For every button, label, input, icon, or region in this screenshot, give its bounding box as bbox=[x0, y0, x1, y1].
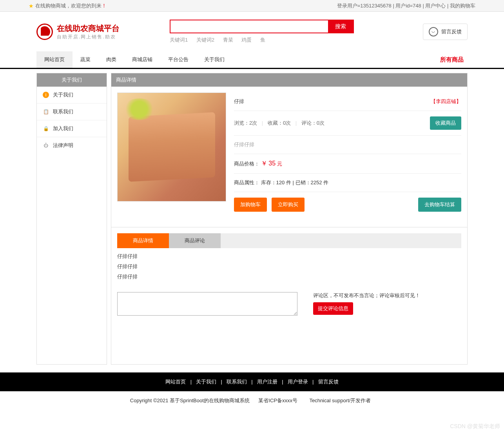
sidebar-item-about[interactable]: i 关于我们 bbox=[37, 87, 107, 104]
product-info: 仔排 【李四店铺】 浏览：2次 | 收藏：0次 | 评论：0次 收藏商品 仔排仔… bbox=[234, 93, 461, 217]
footer-copyright: Copyright ©2021 基于SprintBoot的在线购物商城系统 某省… bbox=[0, 391, 504, 410]
nav-meat[interactable]: 肉类 bbox=[98, 51, 124, 68]
product-area: 仔排 【李四店铺】 浏览：2次 | 收藏：0次 | 评论：0次 收藏商品 仔排仔… bbox=[111, 87, 467, 223]
favorite-button[interactable]: 收藏商品 bbox=[430, 116, 461, 130]
detail-line: 仔排仔排 bbox=[117, 273, 461, 280]
header: 在线助农商城平台 自助开店.网上销售.助农 搜索 关键词1 关键词2 青菜 鸡蛋… bbox=[0, 12, 504, 51]
welcome-msg: 在线购物商城，欢迎您的到来 bbox=[35, 0, 102, 12]
copyright-text: Copyright ©2021 基于SprintBoot的在线购物商城系统 bbox=[130, 398, 250, 403]
checkout-button[interactable]: 去购物车结算 bbox=[418, 198, 461, 212]
tab-comments[interactable]: 商品评论 bbox=[169, 233, 221, 248]
nav-all-products[interactable]: 所有商品 bbox=[440, 56, 468, 64]
power-icon: ⏻ bbox=[43, 142, 49, 149]
footer-nav: 网站首页 | 关于我们 | 联系我们 | 用户注册 | 用户登录 | 留言反馈 bbox=[0, 372, 504, 391]
site-title: 在线助农商城平台 bbox=[57, 23, 120, 34]
sidebar-label: 法律声明 bbox=[53, 142, 73, 149]
site-subtitle: 自助开店.网上销售.助农 bbox=[57, 34, 120, 40]
footer-link-home[interactable]: 网站首页 bbox=[165, 379, 186, 385]
sidebar-item-contact[interactable]: 📋 联系我们 bbox=[37, 104, 107, 120]
sidebar: 关于我们 i 关于我们 📋 联系我们 🔒 加入我们 ⏻ 法律声明 bbox=[36, 73, 107, 365]
nav-vegetables[interactable]: 蔬菜 bbox=[73, 51, 98, 68]
content-area: 商品详情 仔排 【李四店铺】 浏览：2次 | 收藏：0次 | 评论：0次 收藏商… bbox=[111, 73, 468, 365]
comment-area: 评论区，不可发布不当言论；评论审核后可见！ 提交评论信息 bbox=[117, 292, 461, 316]
views-count: 浏览：2次 bbox=[234, 120, 257, 126]
comment-note: 评论区，不可发布不当言论；评论审核后可见！ bbox=[313, 292, 461, 299]
detail-line: 仔排仔排 bbox=[117, 263, 461, 270]
lock-icon: 🔒 bbox=[43, 125, 49, 132]
headset-icon bbox=[429, 27, 438, 36]
star-icon: ★ bbox=[29, 0, 34, 12]
footer-link-contact[interactable]: 联系我们 bbox=[227, 379, 247, 385]
price-label: 商品价格： bbox=[234, 161, 259, 167]
user-id: 用户id=748 bbox=[395, 3, 421, 9]
welcome-text: ★ 在线购物商城，欢迎您的到来 ！ bbox=[29, 0, 107, 12]
price-symbol: ￥ bbox=[261, 160, 267, 167]
tab-detail[interactable]: 商品详情 bbox=[117, 233, 169, 248]
shop-link[interactable]: 【李四店铺】 bbox=[431, 98, 461, 105]
product-attributes: 商品属性： 库存：120 件 | 已销：2252 件 bbox=[234, 179, 328, 186]
search-button[interactable]: 搜索 bbox=[328, 20, 353, 33]
comment-textarea[interactable] bbox=[117, 292, 297, 316]
product-image bbox=[117, 93, 226, 202]
sidebar-title: 关于我们 bbox=[37, 73, 107, 87]
footer-link-register[interactable]: 用户注册 bbox=[257, 379, 277, 385]
logo-area[interactable]: 在线助农商城平台 自助开店.网上销售.助农 bbox=[36, 23, 170, 40]
footer-link-login[interactable]: 用户登录 bbox=[288, 379, 308, 385]
nav-home[interactable]: 网站首页 bbox=[36, 51, 73, 68]
content-title: 商品详情 bbox=[111, 73, 467, 87]
comments-count: 评论：0次 bbox=[301, 120, 325, 126]
clipboard-icon: 📋 bbox=[43, 109, 49, 115]
product-desc: 仔排仔排 bbox=[234, 141, 254, 148]
feedback-button[interactable]: 留言反馈 bbox=[423, 24, 468, 40]
keyword-link[interactable]: 鸡蛋 bbox=[241, 37, 252, 43]
price-unit: 元 bbox=[277, 161, 282, 167]
keyword-link[interactable]: 青菜 bbox=[223, 37, 233, 43]
info-icon: i bbox=[43, 92, 49, 98]
top-right-links: 登录用户=13512345678 | 用户id=748 | 用户中心 | 我的购… bbox=[337, 0, 475, 12]
nav-bar: 网站首页 蔬菜 肉类 商城店铺 平台公告 关于我们 所有商品 bbox=[0, 51, 504, 69]
exclaim: ！ bbox=[102, 0, 107, 12]
search-area: 搜索 关键词1 关键词2 青菜 鸡蛋 鱼 bbox=[170, 20, 423, 44]
my-cart-link[interactable]: 我的购物车 bbox=[450, 3, 475, 9]
sidebar-label: 加入我们 bbox=[53, 125, 73, 132]
nav-menu: 网站首页 蔬菜 肉类 商城店铺 平台公告 关于我们 bbox=[36, 51, 232, 68]
tabs: 商品详情 商品评论 bbox=[117, 233, 461, 248]
footer-link-feedback[interactable]: 留言反馈 bbox=[318, 379, 339, 385]
detail-line: 仔排仔排 bbox=[117, 253, 461, 260]
login-user: 登录用户=13512345678 bbox=[337, 3, 392, 9]
main-content: 关于我们 i 关于我们 📋 联系我们 🔒 加入我们 ⏻ 法律声明 商品详情 仔排… bbox=[36, 73, 468, 365]
footer-link-about[interactable]: 关于我们 bbox=[196, 379, 216, 385]
sidebar-item-join[interactable]: 🔒 加入我们 bbox=[37, 120, 107, 137]
keyword-link[interactable]: 关键词1 bbox=[170, 37, 188, 43]
icp-link[interactable]: 某省ICP备xxxx号 bbox=[258, 398, 297, 403]
tech-link[interactable]: Technical support/开发作者 bbox=[309, 398, 371, 403]
sidebar-label: 关于我们 bbox=[53, 91, 73, 98]
detail-content: 仔排仔排 仔排仔排 仔排仔排 bbox=[117, 248, 461, 288]
buy-now-button[interactable]: 立即购买 bbox=[272, 198, 305, 212]
user-center-link[interactable]: 用户中心 bbox=[425, 3, 446, 9]
add-cart-button[interactable]: 加购物车 bbox=[234, 198, 267, 212]
keyword-link[interactable]: 鱼 bbox=[260, 37, 265, 43]
feedback-label: 留言反馈 bbox=[441, 28, 462, 35]
nav-announce[interactable]: 平台公告 bbox=[160, 51, 196, 68]
sidebar-item-legal[interactable]: ⏻ 法律声明 bbox=[37, 137, 107, 154]
detail-section: 商品详情 商品评论 仔排仔排 仔排仔排 仔排仔排 评论区，不可发布不当言论；评论… bbox=[111, 227, 467, 364]
price-row: 商品价格： ￥ 35 元 bbox=[234, 160, 282, 168]
product-name: 仔排 bbox=[234, 98, 244, 105]
logo-icon bbox=[36, 24, 53, 40]
price-value: 35 bbox=[268, 160, 276, 167]
keyword-link[interactable]: 关键词2 bbox=[196, 37, 214, 43]
sidebar-label: 联系我们 bbox=[53, 108, 73, 115]
product-stats: 浏览：2次 | 收藏：0次 | 评论：0次 bbox=[234, 120, 325, 127]
search-keywords: 关键词1 关键词2 青菜 鸡蛋 鱼 bbox=[170, 36, 423, 44]
favs-count: 收藏：0次 bbox=[268, 120, 291, 126]
top-bar: ★ 在线购物商城，欢迎您的到来 ！ 登录用户=13512345678 | 用户i… bbox=[0, 0, 504, 12]
nav-shops[interactable]: 商城店铺 bbox=[124, 51, 160, 68]
nav-about[interactable]: 关于我们 bbox=[196, 51, 232, 68]
submit-comment-button[interactable]: 提交评论信息 bbox=[313, 302, 353, 315]
search-input[interactable] bbox=[170, 20, 328, 33]
